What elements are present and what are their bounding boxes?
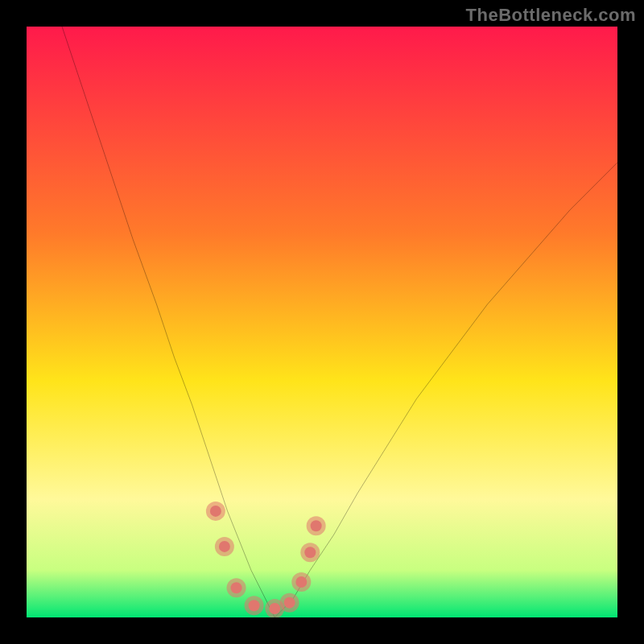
marker-inner: [269, 603, 280, 614]
marker-inner: [295, 576, 307, 588]
marker-inner: [284, 597, 295, 609]
marker-inner: [311, 520, 322, 531]
marker-inner: [231, 582, 242, 593]
marker-inner: [304, 547, 316, 558]
marker-inner: [210, 506, 221, 517]
marker-inner: [249, 600, 260, 611]
attribution-text: TheBottleneck.com: [466, 5, 636, 26]
chart-canvas: [27, 27, 617, 617]
marker-inner: [219, 541, 230, 552]
